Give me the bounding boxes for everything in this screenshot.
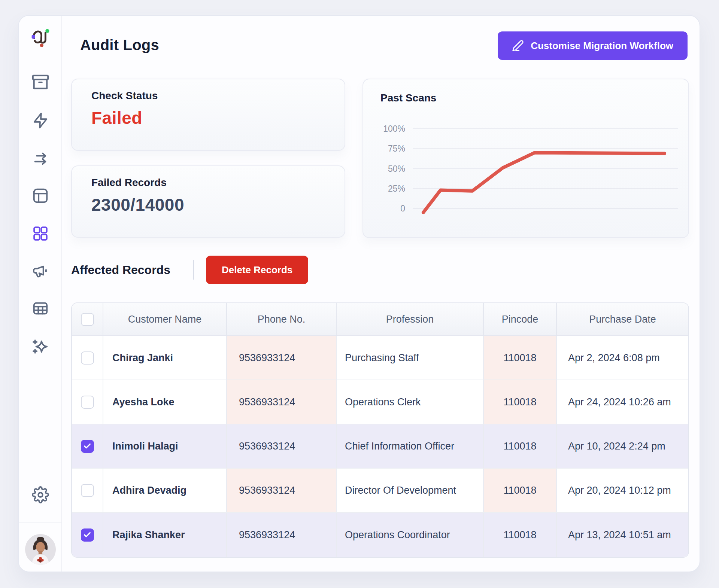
- select-all-checkbox[interactable]: [81, 313, 94, 326]
- cell-name: Adhira Devadig: [103, 469, 227, 512]
- section-divider: [193, 260, 194, 280]
- sparkles-icon: [32, 338, 49, 355]
- column-header-customer-name[interactable]: Customer Name: [103, 303, 227, 335]
- gear-icon: [32, 486, 49, 503]
- cell-pincode: 110018: [484, 424, 557, 468]
- megaphone-icon: [32, 262, 49, 280]
- failed-records-value: 2300/14000: [91, 195, 345, 215]
- table-row[interactable]: Ayesha Loke 9536933124 Operations Clerk …: [72, 380, 688, 424]
- layout-icon: [32, 187, 49, 204]
- cell-pincode: 110018: [484, 380, 557, 424]
- cell-profession: Operations Clerk: [337, 380, 484, 424]
- cell-profession: Chief Information Officer: [337, 424, 484, 468]
- table-row[interactable]: Inimoli Halagi 9536933124 Chief Informat…: [72, 424, 688, 469]
- row-checkbox[interactable]: [81, 396, 94, 409]
- check-status-label: Check Status: [91, 90, 345, 102]
- failed-records-card: Failed Records 2300/14000: [71, 165, 345, 238]
- sidebar-item-archive[interactable]: [19, 70, 62, 94]
- check-icon: [83, 442, 91, 450]
- cell-phone: 9536933124: [227, 424, 337, 468]
- cell-phone: 9536933124: [227, 336, 337, 380]
- delete-records-button[interactable]: Delete Records: [206, 256, 308, 284]
- svg-text:75%: 75%: [388, 144, 405, 153]
- row-checkbox-cell: [72, 424, 103, 468]
- header-checkbox-cell: [72, 303, 103, 335]
- cta-label: Customise Migration Workflow: [531, 40, 673, 52]
- affected-records-table: Customer Name Phone No. Profession Pinco…: [71, 302, 689, 558]
- check-status-card: Check Status Failed: [71, 79, 345, 151]
- cell-purchase-date: Apr 24, 2024 10:26 am: [557, 380, 688, 424]
- check-status-value: Failed: [91, 108, 345, 128]
- pencil-icon: [512, 40, 524, 52]
- sidebar-item-transfers[interactable]: [19, 147, 62, 171]
- cell-pincode: 110018: [484, 336, 557, 380]
- cell-purchase-date: Apr 20, 2024 10:12 pm: [557, 469, 688, 512]
- row-checkbox-cell: [72, 380, 103, 424]
- affected-records-title: Affected Records: [71, 256, 170, 284]
- svg-text:0: 0: [400, 204, 405, 213]
- page: Audit Logs Customise Migration Workflow …: [0, 0, 719, 588]
- grid-apps-icon: [32, 225, 49, 242]
- sidebar-item-settings[interactable]: [19, 483, 62, 507]
- cell-pincode: 110018: [484, 469, 557, 512]
- cell-phone: 9536933124: [227, 513, 337, 557]
- row-checkbox-cell: [72, 513, 103, 557]
- table-row[interactable]: Adhira Devadig 9536933124 Director Of De…: [72, 469, 688, 513]
- sidebar-footer-divider: [19, 522, 62, 523]
- row-checkbox[interactable]: [81, 528, 94, 542]
- table-row[interactable]: Chirag Janki 9536933124 Purchasing Staff…: [72, 336, 688, 380]
- cell-purchase-date: Apr 10, 2024 2:24 pm: [557, 424, 688, 468]
- row-checkbox[interactable]: [81, 440, 94, 453]
- cell-purchase-date: Apr 2, 2024 6:08 pm: [557, 336, 688, 380]
- sidebar: [19, 16, 62, 572]
- cell-phone: 9536933124: [227, 469, 337, 512]
- archive-icon: [32, 73, 49, 91]
- customise-migration-workflow-button[interactable]: Customise Migration Workflow: [498, 31, 688, 60]
- cell-pincode: 110018: [484, 513, 557, 557]
- cell-name: Chirag Janki: [103, 336, 227, 380]
- check-icon: [83, 531, 91, 539]
- table-header-row: Customer Name Phone No. Profession Pinco…: [72, 303, 688, 336]
- past-scans-title: Past Scans: [380, 92, 436, 104]
- lightning-icon: [32, 112, 49, 129]
- page-title: Audit Logs: [80, 37, 159, 54]
- past-scans-chart: 100%75%50%25%0: [378, 121, 682, 230]
- sidebar-item-ai[interactable]: [19, 335, 62, 359]
- sidebar-item-apps-active[interactable]: [19, 222, 62, 246]
- sidebar-item-announcements[interactable]: [19, 259, 62, 283]
- row-checkbox-cell: [72, 469, 103, 512]
- column-header-phone[interactable]: Phone No.: [227, 303, 337, 335]
- transfer-arrows-icon: [32, 150, 49, 168]
- cell-name: Inimoli Halagi: [103, 424, 227, 468]
- app-logo[interactable]: [19, 27, 62, 49]
- row-checkbox[interactable]: [81, 351, 94, 365]
- svg-text:50%: 50%: [388, 164, 405, 174]
- cell-name: Ayesha Loke: [103, 380, 227, 424]
- column-header-profession[interactable]: Profession: [337, 303, 484, 335]
- svg-text:25%: 25%: [388, 184, 405, 194]
- table-body: Chirag Janki 9536933124 Purchasing Staff…: [72, 336, 688, 557]
- table-row[interactable]: Rajika Shanker 9536933124 Operations Coo…: [72, 513, 688, 557]
- row-checkbox-cell: [72, 336, 103, 380]
- past-scans-card: Past Scans 100%75%50%25%0: [362, 79, 689, 238]
- app-window: Audit Logs Customise Migration Workflow …: [18, 15, 700, 572]
- row-checkbox[interactable]: [81, 484, 94, 497]
- user-avatar[interactable]: [25, 534, 56, 565]
- avatar-image: [25, 534, 56, 565]
- sidebar-item-tables[interactable]: [19, 296, 62, 320]
- cell-profession: Director Of Development: [337, 469, 484, 512]
- failed-records-label: Failed Records: [91, 177, 345, 189]
- sidebar-item-activity[interactable]: [19, 109, 62, 132]
- column-header-purchase-date[interactable]: Purchase Date: [557, 303, 688, 335]
- cell-profession: Operations Coordinator: [337, 513, 484, 557]
- table-grid-icon: [32, 300, 49, 317]
- cell-purchase-date: Apr 13, 2024 10:51 am: [557, 513, 688, 557]
- cell-phone: 9536933124: [227, 380, 337, 424]
- cell-name: Rajika Shanker: [103, 513, 227, 557]
- cell-profession: Purchasing Staff: [337, 336, 484, 380]
- logo-icon: [30, 27, 51, 49]
- sidebar-item-layout[interactable]: [19, 184, 62, 208]
- svg-text:100%: 100%: [383, 124, 405, 134]
- column-header-pincode[interactable]: Pincode: [484, 303, 557, 335]
